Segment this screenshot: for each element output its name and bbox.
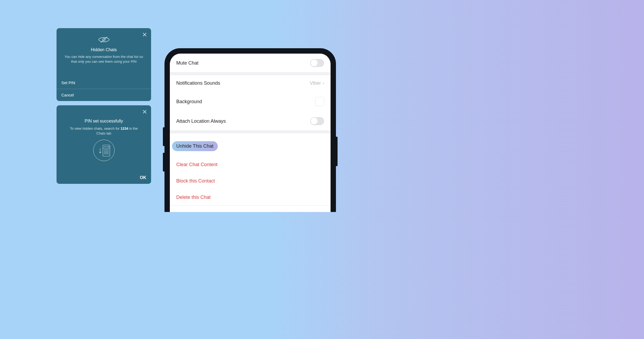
attach-location-toggle[interactable] xyxy=(310,117,324,125)
hidden-eye-icon xyxy=(98,36,110,45)
row-label: Attach Location Always xyxy=(176,118,226,124)
chevron-right-icon: › xyxy=(323,80,324,86)
mute-chat-row[interactable]: Mute Chat xyxy=(170,54,331,72)
set-pin-button[interactable]: Set PIN xyxy=(57,77,151,89)
phone-power-button xyxy=(336,137,338,166)
mute-chat-toggle[interactable] xyxy=(310,59,324,67)
hidden-chat-illustration-icon xyxy=(93,140,115,161)
phone-mockup: Mute Chat Notifications Sounds Viber › B… xyxy=(164,48,336,212)
phone-volume-down-button xyxy=(163,153,164,172)
dialog-description: You can hide any conversation from the c… xyxy=(57,54,151,64)
notification-sounds-row[interactable]: Notifications Sounds Viber › xyxy=(170,75,331,91)
dialog-title: PIN set successfully xyxy=(85,119,123,124)
attach-location-row[interactable]: Attach Location Always xyxy=(170,111,331,131)
dialog-title: Hidden Chats xyxy=(91,47,117,52)
pin-success-dialog: PIN set successfully To view hidden chat… xyxy=(57,105,151,184)
cancel-button[interactable]: Cancel xyxy=(57,89,151,101)
row-label: Notifications Sounds xyxy=(176,80,220,86)
ok-button[interactable]: OK xyxy=(140,175,146,180)
hidden-chats-dialog: Hidden Chats You can hide any conversati… xyxy=(57,28,151,101)
svg-point-5 xyxy=(108,146,109,147)
clear-chat-content-button[interactable]: Clear Chat Content xyxy=(176,157,324,173)
highlight-pill: Unhide This Chat xyxy=(172,141,218,151)
row-value: Viber xyxy=(310,80,321,86)
background-thumbnail xyxy=(315,97,324,106)
close-icon[interactable] xyxy=(141,31,148,38)
block-this-contact-button[interactable]: Block this Contact xyxy=(176,173,324,189)
unhide-this-chat-button[interactable]: Unhide This Chat xyxy=(176,136,324,157)
background-row[interactable]: Background xyxy=(170,91,331,111)
row-label: Mute Chat xyxy=(176,60,199,66)
row-label: Background xyxy=(176,99,202,105)
svg-point-4 xyxy=(108,146,108,147)
delete-this-chat-button[interactable]: Delete this Chat xyxy=(176,189,324,206)
dialog-description: To view hidden chats, search for 1234 in… xyxy=(57,126,151,136)
phone-volume-up-button xyxy=(163,127,164,146)
close-icon[interactable] xyxy=(141,108,148,116)
pin-value: 1234 xyxy=(121,126,128,131)
phone-screen: Mute Chat Notifications Sounds Viber › B… xyxy=(170,54,331,212)
